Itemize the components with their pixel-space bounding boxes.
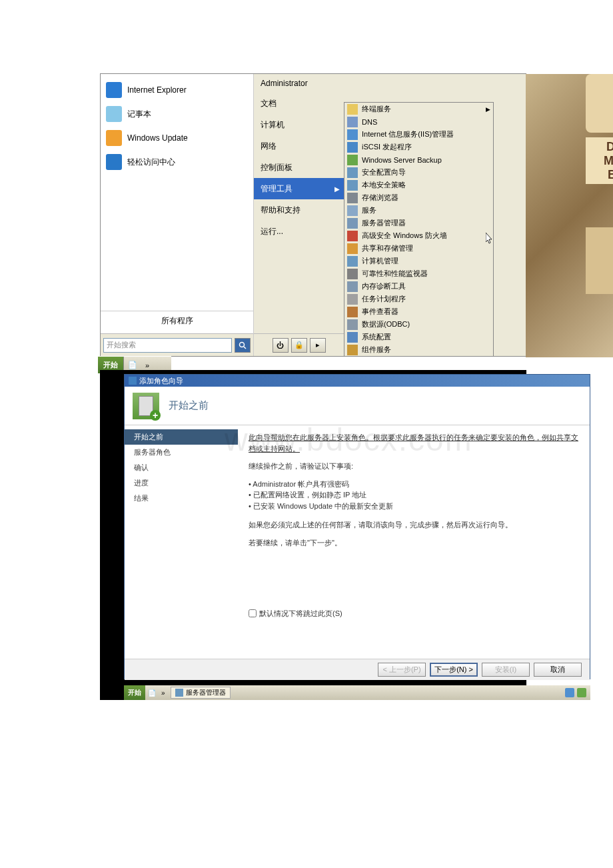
admin-tools-item[interactable]: Windows Server Backup <box>344 153 493 166</box>
admin-tools-label: 可靠性和性能监视器 <box>362 269 428 279</box>
quicklaunch-chevron-icon[interactable]: » <box>159 689 168 697</box>
admin-tools-item[interactable]: 数据源(ODBC) <box>344 318 493 331</box>
taskbar-task-server-manager[interactable]: 服务器管理器 <box>171 687 231 699</box>
admin-tools-item[interactable]: 组件服务 <box>344 343 493 356</box>
all-programs-button[interactable]: 所有程序 <box>101 311 253 331</box>
power-icon[interactable]: ⏻ <box>273 338 289 353</box>
admin-tools-item[interactable]: 系统配置 <box>344 331 493 343</box>
admin-tools-item[interactable]: 计算机管理 <box>344 255 493 267</box>
tool-icon <box>347 205 358 216</box>
svg-line-1 <box>244 347 246 349</box>
start-menu-item[interactable]: 帮助和支持 <box>254 199 344 221</box>
wizard-nav: 开始之前服务器角色确认进度结果 <box>125 425 238 659</box>
admin-tools-item[interactable]: 安全配置向导 <box>344 166 493 179</box>
tool-icon <box>347 129 358 140</box>
start-button[interactable]: 开始 <box>124 685 145 700</box>
start-menu-left-panel: Internet Explorer记事本Windows Update轻松访问中心… <box>101 74 254 356</box>
pinned-item[interactable]: 记事本 <box>101 102 253 126</box>
start-menu-item[interactable]: 网络 <box>254 135 344 157</box>
menu-item-label: 网络 <box>261 141 277 152</box>
start-menu-item[interactable]: 计算机 <box>254 114 344 135</box>
menu-item-label: 运行... <box>261 226 283 237</box>
search-icon[interactable] <box>235 338 251 353</box>
next-button[interactable]: 下一步(N) > <box>430 663 478 677</box>
quicklaunch-icon[interactable]: 📄 <box>145 689 159 697</box>
pinned-item[interactable]: Windows Update <box>101 126 253 150</box>
admin-tools-item[interactable]: 存储浏览器 <box>344 191 493 204</box>
quicklaunch-icon[interactable]: 📄 <box>124 361 141 369</box>
admin-tools-item[interactable]: 内存诊断工具 <box>344 280 493 293</box>
wizard-button-row: < 上一步(P) 下一步(N) > 安装(I) 取消 <box>125 659 590 680</box>
admin-tools-item[interactable]: iSCSI 发起程序 <box>344 141 493 153</box>
tray-icon[interactable] <box>565 688 574 697</box>
menu-item-label: 文档 <box>261 98 277 109</box>
tool-icon <box>347 218 358 229</box>
system-tray <box>561 688 590 697</box>
pinned-item[interactable]: 轻松访问中心 <box>101 150 253 174</box>
admin-tools-item[interactable]: DNS <box>344 115 493 128</box>
skip-page-checkbox[interactable]: 默认情况下将跳过此页(S) <box>249 608 579 619</box>
tool-icon <box>347 167 358 178</box>
admin-tools-label: 终端服务 <box>362 104 391 114</box>
wizard-nav-item[interactable]: 服务器角色 <box>125 445 238 460</box>
admin-tools-label: 本地安全策略 <box>362 180 406 190</box>
tool-icon <box>347 231 358 241</box>
admin-tools-label: 服务 <box>362 205 376 215</box>
admin-tools-label: 安全配置向导 <box>362 167 406 177</box>
cancel-button[interactable]: 取消 <box>534 663 582 677</box>
pinned-item-label: Internet Explorer <box>127 85 187 95</box>
tool-icon <box>347 256 358 267</box>
tool-icon <box>347 142 358 153</box>
shutdown-options-arrow-icon[interactable]: ▸ <box>310 338 326 353</box>
lock-icon[interactable]: 🔒 <box>291 338 307 353</box>
taskbar: 开始 📄 » 服务器管理器 <box>124 685 590 700</box>
admin-tools-item[interactable]: 可靠性和性能监视器 <box>344 267 493 280</box>
admin-tools-item[interactable]: 本地安全策略 <box>344 179 493 191</box>
app-icon <box>106 130 122 146</box>
wizard-nav-item[interactable]: 确认 <box>125 460 238 475</box>
admin-tools-label: 系统配置 <box>362 332 391 342</box>
admin-tools-label: 存储浏览器 <box>362 193 398 203</box>
prev-button: < 上一步(P) <box>378 663 426 677</box>
tool-icon <box>347 345 358 355</box>
start-menu-item[interactable]: 控制面板 <box>254 157 344 178</box>
tool-icon <box>347 307 358 317</box>
tray-icon[interactable] <box>577 688 586 697</box>
wizard-verify-label: 继续操作之前，请验证以下事项: <box>249 461 579 472</box>
start-menu-item[interactable]: 运行... <box>254 221 344 242</box>
tool-icon <box>347 243 358 254</box>
add-roles-wizard-screenshot: 添加角色向导 开始之前 www.bdocx.com 开始之前服务器角色确认进度结… <box>100 370 526 700</box>
admin-tools-label: 任务计划程序 <box>362 294 406 304</box>
pinned-item-label: 记事本 <box>127 109 151 120</box>
admin-tools-item[interactable]: 终端服务▶ <box>344 103 493 115</box>
pinned-item[interactable]: Internet Explorer <box>101 78 253 102</box>
admin-tools-label: 计算机管理 <box>362 256 398 266</box>
admin-tools-item[interactable]: Internet 信息服务(IIS)管理器 <box>344 128 493 141</box>
quicklaunch-chevron-icon[interactable]: » <box>141 361 153 369</box>
admin-tools-item[interactable]: 事件查看器 <box>344 305 493 318</box>
admin-tools-item[interactable]: 服务器管理器 <box>344 217 493 229</box>
tool-icon <box>347 294 358 305</box>
add-roles-wizard-window: 添加角色向导 开始之前 www.bdocx.com 开始之前服务器角色确认进度结… <box>124 374 590 679</box>
wizard-nav-item[interactable]: 进度 <box>125 475 238 491</box>
app-icon <box>106 154 122 170</box>
wizard-content: 此向导帮助您在此服务器上安装角色。根据要求此服务器执行的任务来确定要安装的角色，… <box>238 425 590 659</box>
admin-tools-item[interactable]: 任务计划程序 <box>344 293 493 305</box>
menu-item-label: 控制面板 <box>261 162 293 173</box>
skip-page-checkbox-input[interactable] <box>249 609 257 617</box>
admin-tools-item[interactable]: 共享和存储管理 <box>344 242 493 255</box>
admin-tools-item[interactable]: 高级安全 Windows 防火墙 <box>344 229 493 242</box>
wizard-titlebar[interactable]: 添加角色向导 <box>125 375 590 387</box>
menu-item-label: 帮助和支持 <box>261 205 301 216</box>
start-search-input[interactable] <box>103 338 232 353</box>
wizard-header: 开始之前 <box>125 387 590 425</box>
start-menu-item[interactable]: 文档 <box>254 93 344 114</box>
tool-icon <box>347 269 358 279</box>
start-menu-item[interactable]: 管理工具▶ <box>254 178 344 199</box>
tool-icon <box>347 281 358 292</box>
wizard-header-title: 开始之前 <box>169 399 209 412</box>
wizard-nav-item[interactable]: 结果 <box>125 491 238 506</box>
admin-tools-label: 高级安全 Windows 防火墙 <box>362 231 447 241</box>
admin-tools-item[interactable]: 服务 <box>344 204 493 217</box>
wizard-nav-item[interactable]: 开始之前 <box>125 429 238 445</box>
